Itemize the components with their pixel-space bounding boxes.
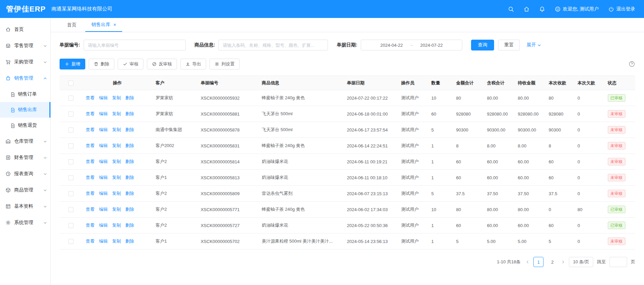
sidebar-item-purchase[interactable]: 采购管理 — [0, 54, 50, 70]
row-action-delete[interactable]: 删除 — [125, 127, 134, 132]
row-action-edit[interactable]: 编辑 — [99, 159, 108, 164]
page-button-1[interactable]: 1 — [533, 257, 543, 267]
row-action-view[interactable]: 查看 — [86, 143, 94, 148]
row-checkbox[interactable] — [68, 159, 73, 164]
row-action-copy[interactable]: 复制 — [112, 175, 121, 180]
search-icon[interactable] — [508, 6, 514, 12]
logout-text: 退出登录 — [616, 6, 635, 12]
sidebar-item-reports[interactable]: 报表查询 — [0, 166, 50, 182]
select-all-checkbox[interactable] — [68, 81, 73, 86]
row-action-view[interactable]: 查看 — [86, 207, 94, 212]
row-action-copy[interactable]: 复制 — [112, 191, 121, 196]
row-checkbox[interactable] — [68, 207, 73, 212]
row-checkbox[interactable] — [68, 223, 73, 228]
export-button[interactable]: 导出 — [180, 59, 206, 69]
row-action-view[interactable]: 查看 — [86, 127, 94, 132]
sidebar-item-basic-data[interactable]: 基本资料 — [0, 198, 50, 215]
row-action-delete[interactable]: 删除 — [125, 207, 134, 212]
cell-customer: 客户2 — [152, 202, 197, 218]
add-button[interactable]: 新增 — [60, 59, 85, 69]
sidebar-item-sales-order[interactable]: 销售订单 — [0, 86, 50, 102]
row-action-view[interactable]: 查看 — [86, 111, 94, 116]
row-action-copy[interactable]: 复制 — [112, 207, 121, 212]
close-icon[interactable]: × — [113, 22, 116, 27]
delete-button[interactable]: 删除 — [89, 59, 114, 69]
row-action-edit[interactable]: 编辑 — [99, 239, 108, 244]
next-page-icon[interactable] — [561, 260, 565, 264]
row-action-edit[interactable]: 编辑 — [99, 95, 108, 100]
sidebar-item-sales[interactable]: 销售管理 — [0, 70, 50, 86]
product-info-input[interactable] — [218, 40, 328, 50]
help-icon[interactable] — [628, 61, 635, 67]
prev-page-icon[interactable] — [526, 260, 530, 264]
row-checkbox[interactable] — [68, 191, 73, 196]
date-range-picker[interactable]: 2024-04-22 ~ 2024-07-22 — [361, 40, 462, 50]
row-action-delete[interactable]: 删除 — [125, 239, 134, 244]
sidebar-item-system[interactable]: 系统管理 — [0, 215, 50, 231]
bell-icon[interactable] — [539, 6, 545, 12]
sidebar-item-home[interactable]: 首页 — [0, 21, 50, 38]
row-action-edit[interactable]: 编辑 — [99, 111, 108, 116]
row-action-view[interactable]: 查看 — [86, 95, 94, 100]
sidebar-item-sales-return[interactable]: 销售退货 — [0, 118, 50, 133]
bill-no-input[interactable] — [84, 40, 186, 50]
row-action-copy[interactable]: 复制 — [112, 143, 121, 148]
search-button[interactable]: 查询 — [471, 40, 494, 50]
cell-customer: 客户2 — [152, 218, 197, 233]
jump-suffix: 页 — [631, 259, 635, 265]
row-action-view[interactable]: 查看 — [86, 159, 94, 164]
row-action-view[interactable]: 查看 — [86, 175, 94, 180]
row-action-delete[interactable]: 删除 — [125, 223, 134, 228]
row-action-copy[interactable]: 复制 — [112, 95, 121, 100]
row-checkbox[interactable] — [68, 127, 73, 133]
row-action-view[interactable]: 查看 — [86, 223, 94, 228]
cell-received: 5 — [545, 233, 574, 249]
sidebar-item-retail[interactable]: 零售管理 — [0, 38, 50, 54]
sidebar-item-warehouse[interactable]: 仓库管理 — [0, 133, 50, 149]
row-action-delete[interactable]: 删除 — [125, 191, 134, 196]
row-checkbox[interactable] — [68, 175, 73, 180]
row-checkbox[interactable] — [68, 239, 73, 244]
reset-button[interactable]: 重置 — [498, 40, 520, 50]
row-action-copy[interactable]: 复制 — [112, 239, 121, 244]
sidebar-item-finance[interactable]: 财务管理 — [0, 149, 50, 166]
row-action-copy[interactable]: 复制 — [112, 159, 121, 164]
row-action-delete[interactable]: 删除 — [125, 111, 134, 116]
cell-date: 2024-06-02 17:34:03 — [343, 202, 398, 218]
row-action-view[interactable]: 查看 — [86, 191, 94, 196]
unaudit-button[interactable]: 反审核 — [147, 59, 177, 69]
row-action-edit[interactable]: 编辑 — [99, 143, 108, 148]
row-checkbox[interactable] — [68, 111, 73, 117]
row-action-delete[interactable]: 删除 — [125, 175, 134, 180]
cell-bill-no: XSCK00000005878 — [197, 122, 258, 138]
row-checkbox[interactable] — [68, 96, 73, 101]
home-icon[interactable] — [524, 6, 530, 12]
sidebar-item-products[interactable]: 商品管理 — [0, 182, 50, 198]
audit-button[interactable]: 审核 — [118, 59, 143, 69]
row-action-copy[interactable]: 复制 — [112, 223, 121, 228]
row-action-edit[interactable]: 编辑 — [99, 223, 108, 228]
welcome-user[interactable]: 欢迎您, 测试用户 — [555, 6, 599, 12]
table-row: 查看编辑复制删除南通中集集团XSCK00000005878飞天茅台 500ml2… — [60, 122, 635, 138]
row-action-edit[interactable]: 编辑 — [99, 207, 108, 212]
sidebar-item-sales-outbound[interactable]: 销售出库 — [0, 102, 50, 118]
logout-button[interactable]: 退出登录 — [608, 6, 635, 12]
row-action-edit[interactable]: 编辑 — [99, 191, 108, 196]
row-action-copy[interactable]: 复制 — [112, 127, 121, 132]
row-action-delete[interactable]: 删除 — [125, 159, 134, 164]
row-checkbox[interactable] — [68, 143, 73, 148]
row-action-delete[interactable]: 删除 — [125, 143, 134, 148]
row-action-delete[interactable]: 删除 — [125, 95, 134, 100]
tab-home[interactable]: 首页 — [61, 18, 83, 32]
row-action-edit[interactable]: 编辑 — [99, 127, 108, 132]
row-action-view[interactable]: 查看 — [86, 239, 94, 244]
page-size-select[interactable]: 10 条/页 — [569, 257, 593, 267]
row-action-edit[interactable]: 编辑 — [99, 175, 108, 180]
expand-link[interactable]: 展开 — [527, 42, 541, 48]
page-button-2[interactable]: 2 — [547, 257, 557, 267]
row-action-copy[interactable]: 复制 — [112, 111, 121, 116]
chevron-down-icon — [43, 60, 47, 64]
column-settings-button[interactable]: 列设置 — [209, 59, 240, 69]
jump-page-input[interactable] — [609, 257, 627, 267]
tab-sales-outbound[interactable]: 销售出库 × — [85, 18, 122, 32]
